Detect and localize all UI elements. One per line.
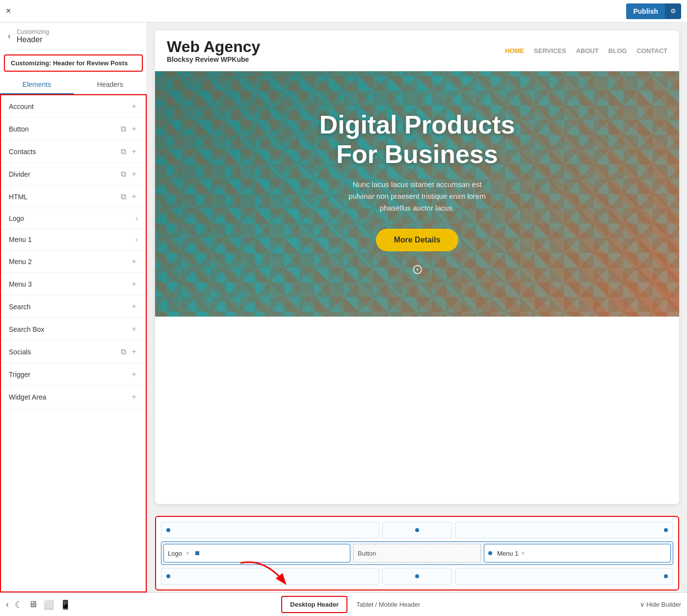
tab-headers[interactable]: Headers xyxy=(74,76,147,94)
publish-settings-button[interactable]: ⚙ xyxy=(665,3,681,19)
list-item-logo[interactable]: Logo › xyxy=(1,208,146,229)
widget-area-add-button[interactable]: ＋ xyxy=(130,392,138,402)
divider-label: Divider xyxy=(9,170,30,178)
html-add-button[interactable]: ＋ xyxy=(130,191,138,202)
logo-label: Logo xyxy=(9,214,24,222)
search-box-add-button[interactable]: ＋ xyxy=(130,324,138,334)
desktop-header-tab[interactable]: Desktop Header xyxy=(281,596,347,613)
site-logo-name: Web Agency xyxy=(167,38,260,55)
button-add-button[interactable]: ＋ xyxy=(130,124,138,134)
nav-item-home[interactable]: HOME xyxy=(505,47,524,54)
nav-item-blog[interactable]: BLOG xyxy=(608,47,627,54)
menu2-label: Menu 2 xyxy=(9,258,32,266)
menu1-arrow-icon: › xyxy=(135,235,138,244)
hero-cta-button[interactable]: More Details xyxy=(376,229,458,251)
builder-cell-1-1[interactable] xyxy=(161,522,379,538)
button-label: Button xyxy=(9,125,28,133)
hero-content: Digital ProductsFor Business Nunc lacus … xyxy=(310,91,525,297)
trigger-add-button[interactable]: ＋ xyxy=(130,369,138,379)
builder-cell-logo[interactable]: Logo × xyxy=(163,544,350,562)
list-item-menu1[interactable]: Menu 1 › xyxy=(1,229,146,250)
trigger-label: Trigger xyxy=(9,371,30,378)
sidebar-back-button[interactable]: ‹ xyxy=(8,31,11,41)
top-bar-left: × xyxy=(6,6,11,16)
menu3-add-button[interactable]: ＋ xyxy=(130,279,138,289)
list-item-socials[interactable]: Socials ⧉ ＋ xyxy=(1,341,146,363)
builder-dot-logo xyxy=(195,551,199,555)
menu3-label: Menu 3 xyxy=(9,280,32,288)
builder-logo-label: Logo xyxy=(168,550,182,557)
close-button[interactable]: × xyxy=(6,6,11,16)
elements-list: Account ＋ Button ⧉ ＋ Contacts xyxy=(0,94,147,592)
builder-cell-1-3[interactable] xyxy=(455,522,673,538)
divider-copy-button[interactable]: ⧉ xyxy=(121,170,126,179)
preview-area: Web Agency Blocksy Review WPKube HOME SE… xyxy=(147,23,687,512)
customizing-label-box: Customizing: Header for Review Posts xyxy=(4,54,143,72)
list-item-html[interactable]: HTML ⧉ ＋ xyxy=(1,186,146,208)
hero-section: Digital ProductsFor Business Nunc lacus … xyxy=(155,71,679,317)
list-item-widget-area[interactable]: Widget Area ＋ xyxy=(1,386,146,408)
contacts-add-button[interactable]: ＋ xyxy=(130,146,138,157)
socials-copy-button[interactable]: ⧉ xyxy=(121,348,126,356)
builder-row-2: Logo × Button Menu 1 × xyxy=(161,541,673,565)
back-history-button[interactable]: ‹ xyxy=(6,599,9,610)
desktop-view-button[interactable]: 🖥 xyxy=(28,599,37,610)
tablet-view-button[interactable]: ⬜ xyxy=(43,599,54,610)
preview-frame: Web Agency Blocksy Review WPKube HOME SE… xyxy=(155,30,679,504)
mobile-view-button[interactable]: 📱 xyxy=(60,599,71,610)
builder-dot-2 xyxy=(415,528,419,532)
builder-dot-6 xyxy=(664,574,668,578)
list-item-trigger[interactable]: Trigger ＋ xyxy=(1,363,146,386)
menu2-add-button[interactable]: ＋ xyxy=(130,256,138,267)
list-item-divider[interactable]: Divider ⧉ ＋ xyxy=(1,163,146,186)
list-item-menu3[interactable]: Menu 3 ＋ xyxy=(1,273,146,295)
logo-arrow-icon: › xyxy=(135,214,138,223)
builder-cell-3-2[interactable] xyxy=(382,568,452,585)
main-layout: ‹ Customizing Header Customizing: Header… xyxy=(0,23,687,592)
website-preview: Web Agency Blocksy Review WPKube HOME SE… xyxy=(155,30,679,504)
builder-row-1 xyxy=(161,522,673,538)
list-item-account[interactable]: Account ＋ xyxy=(1,95,146,118)
customizing-label-small: Customizing xyxy=(17,28,49,35)
button-copy-button[interactable]: ⧉ xyxy=(121,125,126,134)
publish-button[interactable]: Publish xyxy=(626,3,665,19)
device-tabs: Desktop Header Tablet / Mobile Header xyxy=(281,596,429,613)
sidebar-tabs: Elements Headers xyxy=(0,76,147,94)
nav-item-about[interactable]: ABOUT xyxy=(576,47,599,54)
site-nav: HOME SERVICES ABOUT BLOG CONTACT xyxy=(505,47,667,54)
dark-mode-button[interactable]: ☾ xyxy=(15,599,23,610)
hero-subtitle: Nunc lacus lacus sitamet accumsan estpul… xyxy=(319,179,515,214)
socials-add-button[interactable]: ＋ xyxy=(130,347,138,357)
sidebar-header-meta: Customizing Header xyxy=(15,28,49,44)
publish-button-group: Publish ⚙ xyxy=(626,3,681,19)
search-add-button[interactable]: ＋ xyxy=(130,301,138,312)
hide-builder-button[interactable]: ∨ Hide Builder xyxy=(640,601,681,608)
account-add-button[interactable]: ＋ xyxy=(130,101,138,111)
list-item-search[interactable]: Search ＋ xyxy=(1,295,146,318)
contacts-copy-button[interactable]: ⧉ xyxy=(121,147,126,156)
tab-elements[interactable]: Elements xyxy=(0,76,74,94)
list-item-contacts[interactable]: Contacts ⧉ ＋ xyxy=(1,140,146,163)
html-copy-button[interactable]: ⧉ xyxy=(121,192,126,201)
builder-container: Logo × Button Menu 1 × xyxy=(147,512,687,592)
builder-dot-1 xyxy=(166,528,170,532)
list-item-menu2[interactable]: Menu 2 ＋ xyxy=(1,250,146,273)
builder-logo-close[interactable]: × xyxy=(186,550,189,557)
nav-item-services[interactable]: SERVICES xyxy=(534,47,566,54)
sidebar: ‹ Customizing Header Customizing: Header… xyxy=(0,23,147,592)
divider-add-button[interactable]: ＋ xyxy=(130,169,138,179)
list-item-search-box[interactable]: Search Box ＋ xyxy=(1,318,146,341)
builder-cell-button[interactable]: Button xyxy=(353,544,481,562)
list-item-button[interactable]: Button ⧉ ＋ xyxy=(1,118,146,140)
tablet-mobile-header-tab[interactable]: Tablet / Mobile Header xyxy=(347,596,429,613)
builder-cell-menu1[interactable]: Menu 1 × xyxy=(484,544,671,562)
customizing-label-text: Customizing: Header for Review Posts xyxy=(11,59,128,67)
builder-cell-1-2[interactable] xyxy=(382,522,452,538)
builder-cell-3-3[interactable] xyxy=(455,568,673,585)
nav-item-contact[interactable]: CONTACT xyxy=(636,47,667,54)
content-area: Web Agency Blocksy Review WPKube HOME SE… xyxy=(147,23,687,592)
builder-menu1-close[interactable]: × xyxy=(521,550,525,557)
bottom-bar: ‹ ☾ 🖥 ⬜ 📱 Desktop Header Tablet / Mobile… xyxy=(0,592,687,616)
builder-cell-3-1[interactable] xyxy=(161,568,379,585)
hero-title: Digital ProductsFor Business xyxy=(319,110,515,169)
